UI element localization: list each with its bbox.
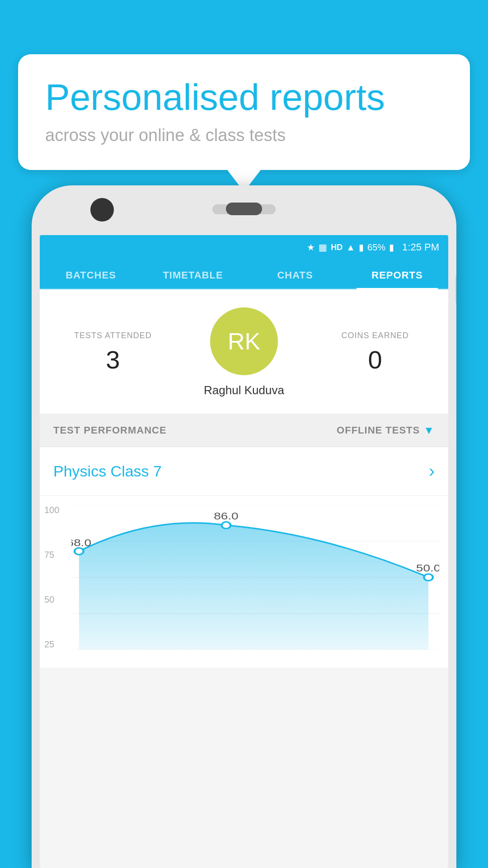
coins-earned-block: COINS EARNED 0 <box>315 331 435 374</box>
y-label-25: 25 <box>44 639 59 650</box>
chevron-right-icon: › <box>429 462 435 481</box>
status-time: 1:25 PM <box>402 241 439 253</box>
avatar-initials: RK <box>228 328 260 355</box>
offline-tests-button[interactable]: OFFLINE TESTS ▼ <box>337 424 435 437</box>
class-name: Physics Class 7 <box>53 462 162 480</box>
phone-camera <box>90 198 114 222</box>
y-label-75: 75 <box>44 550 59 560</box>
chart-label-2: 86.0 <box>214 510 239 521</box>
bubble-subtitle: across your online & class tests <box>45 126 443 145</box>
wifi-icon: ▲ <box>346 242 355 253</box>
data-point-1 <box>75 548 84 555</box>
phone-home-button <box>226 203 262 215</box>
avatar-block: RK Raghul Kuduva <box>173 307 316 397</box>
tab-timetable[interactable]: TIMETABLE <box>142 259 244 288</box>
chart-y-labels: 100 75 50 25 <box>44 505 59 650</box>
bluetooth-icon: ★ <box>307 242 315 253</box>
phone-screen: ★ ▦ HD ▲ ▮ 65% ▮ 1:25 PM BATCHES TIMETAB… <box>40 235 448 868</box>
tests-attended-label: TESTS ATTENDED <box>53 331 173 340</box>
data-point-2 <box>222 522 231 528</box>
line-chart: 68.0 86.0 50.0 <box>71 505 439 650</box>
battery-percent: 65% <box>367 242 385 253</box>
y-label-100: 100 <box>44 505 59 515</box>
user-name: Raghul Kuduva <box>204 383 284 397</box>
chart-area-fill <box>79 523 428 650</box>
status-icons: ★ ▦ HD ▲ ▮ 65% ▮ <box>307 242 394 253</box>
bubble-title: Personalised reports <box>45 77 443 118</box>
coins-earned-value: 0 <box>315 345 435 374</box>
tab-batches[interactable]: BATCHES <box>40 259 142 288</box>
tab-bar: BATCHES TIMETABLE CHATS REPORTS <box>40 259 448 289</box>
chart-label-3: 50.0 <box>416 563 439 574</box>
data-point-3 <box>424 574 433 581</box>
speech-bubble: Personalised reports across your online … <box>18 54 470 170</box>
chart-label-1: 68.0 <box>71 537 91 548</box>
hd-icon: HD <box>331 243 343 252</box>
user-card: TESTS ATTENDED 3 RK Raghul Kuduva COINS … <box>40 289 448 414</box>
tab-chats[interactable]: CHATS <box>244 259 346 288</box>
coins-earned-label: COINS EARNED <box>315 331 435 340</box>
y-label-50: 50 <box>44 594 59 605</box>
avatar: RK <box>210 307 278 375</box>
class-row[interactable]: Physics Class 7 › <box>40 447 448 496</box>
tests-attended-value: 3 <box>53 345 173 374</box>
tab-reports[interactable]: REPORTS <box>346 259 448 288</box>
chart-svg-container: 68.0 86.0 50.0 <box>71 505 439 651</box>
chevron-down-icon: ▼ <box>423 424 435 437</box>
battery-icon: ▮ <box>389 242 394 253</box>
performance-header: TEST PERFORMANCE OFFLINE TESTS ▼ <box>40 414 448 447</box>
phone-frame: ★ ▦ HD ▲ ▮ 65% ▮ 1:25 PM BATCHES TIMETAB… <box>32 185 456 868</box>
offline-tests-label: OFFLINE TESTS <box>337 425 420 436</box>
tests-attended-block: TESTS ATTENDED 3 <box>53 331 173 374</box>
signal-icon: ▮ <box>359 242 364 253</box>
phone-side-button <box>455 276 456 303</box>
chart-area: 100 75 50 25 <box>40 496 448 668</box>
vibrate-icon: ▦ <box>319 242 327 253</box>
status-bar: ★ ▦ HD ▲ ▮ 65% ▮ 1:25 PM <box>40 235 448 259</box>
perf-label: TEST PERFORMANCE <box>53 425 167 436</box>
